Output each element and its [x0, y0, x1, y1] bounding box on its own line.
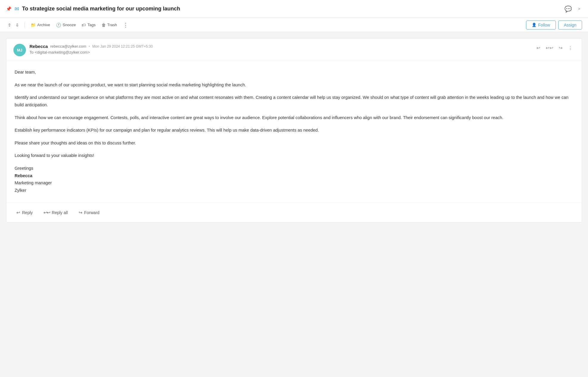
- sender-info: Rebecca rebecca@zylker.com • Mon Jan 29 …: [29, 44, 153, 54]
- signature-title: Marketing manager: [15, 179, 573, 187]
- reply-all-footer-icon: ↩↩: [43, 210, 50, 215]
- down-arrow-icon: ⇩: [15, 23, 19, 27]
- chat-icon: 💬: [564, 5, 572, 13]
- forward-footer-icon: ↪: [79, 210, 83, 215]
- chat-button[interactable]: 💬: [563, 4, 574, 14]
- archive-button[interactable]: 📁 Archive: [28, 21, 52, 29]
- email-header: MJ Rebecca rebecca@zylker.com • Mon Jan …: [6, 38, 582, 60]
- forward-button-footer[interactable]: ↪ Forward: [76, 208, 102, 217]
- more-email-button[interactable]: ⋮: [566, 44, 575, 52]
- signature-company: Zylker: [15, 187, 573, 194]
- reply-button-header[interactable]: ↩: [534, 44, 542, 52]
- body-paragraph-2: Identify and understand our target audie…: [15, 94, 573, 108]
- trash-icon: 🗑: [102, 23, 106, 27]
- to-field: To <digital-marketing@zylker.com>: [29, 50, 153, 54]
- follow-button[interactable]: 👤 Follow: [526, 21, 556, 29]
- reply-all-button-footer[interactable]: ↩↩ Reply all: [41, 208, 71, 217]
- snooze-icon: 🕐: [56, 23, 61, 27]
- pin-icon: 📌: [6, 6, 12, 12]
- body-paragraph-3: Think about how we can encourage engagem…: [15, 114, 573, 121]
- forward-icon: ↪: [559, 45, 563, 51]
- send-time: Mon Jan 29 2024 12:21:25 GMT+5:30: [92, 44, 153, 49]
- toolbar-divider: [24, 22, 25, 28]
- avatar: MJ: [13, 44, 26, 56]
- email-body: Dear team, As we near the launch of our …: [6, 60, 582, 202]
- email-card: MJ Rebecca rebecca@zylker.com • Mon Jan …: [6, 38, 582, 223]
- subject-title: To strategize social media marketing for…: [22, 6, 180, 12]
- reply-all-button-header[interactable]: ↩↩: [544, 44, 556, 52]
- expand-button[interactable]: >: [576, 5, 582, 13]
- nav-down-button[interactable]: ⇩: [14, 21, 21, 29]
- email-header-actions: ↩ ↩↩ ↪ ⋮: [534, 44, 575, 52]
- body-paragraph-1: As we near the launch of our upcoming pr…: [15, 81, 573, 89]
- forward-button-header[interactable]: ↪: [557, 44, 565, 52]
- more-icon: ⋮: [123, 22, 128, 28]
- signature-greeting: Greetings: [15, 165, 573, 172]
- sender-email: rebecca@zylker.com: [50, 44, 86, 49]
- signature-name: Rebecca: [15, 172, 573, 180]
- chevron-right-icon: >: [578, 7, 580, 11]
- follow-icon: 👤: [532, 23, 536, 27]
- sender-name: Rebecca: [29, 44, 48, 49]
- body-paragraph-5: Please share your thoughts and ideas on …: [15, 139, 573, 147]
- archive-icon: 📁: [31, 23, 36, 27]
- up-arrow-icon: ⇧: [8, 23, 11, 27]
- reply-icon: ↩: [536, 45, 540, 51]
- signature: Greetings Rebecca Marketing manager Zylk…: [15, 165, 573, 194]
- reply-button-footer[interactable]: ↩ Reply: [13, 208, 36, 217]
- more-email-icon: ⋮: [568, 45, 573, 51]
- tags-button[interactable]: 🏷 Tags: [79, 21, 98, 29]
- snooze-button[interactable]: 🕐 Snooze: [54, 21, 78, 29]
- body-paragraph-4: Establish key performance indicators (KP…: [15, 127, 573, 134]
- trash-button[interactable]: 🗑 Trash: [99, 21, 119, 29]
- email-icon: ✉: [15, 6, 19, 12]
- assign-button[interactable]: Assign: [558, 21, 582, 29]
- tags-icon: 🏷: [82, 23, 86, 27]
- body-paragraph-6: Looking forward to your valuable insight…: [15, 152, 573, 159]
- nav-up-button[interactable]: ⇧: [6, 21, 13, 29]
- more-options-button[interactable]: ⋮: [121, 21, 131, 29]
- email-footer: ↩ Reply ↩↩ Reply all ↪ Forward: [6, 202, 582, 222]
- reply-all-icon: ↩↩: [546, 45, 553, 51]
- body-greeting: Dear team,: [15, 68, 573, 76]
- dot-separator: •: [89, 44, 90, 49]
- reply-footer-icon: ↩: [16, 210, 20, 215]
